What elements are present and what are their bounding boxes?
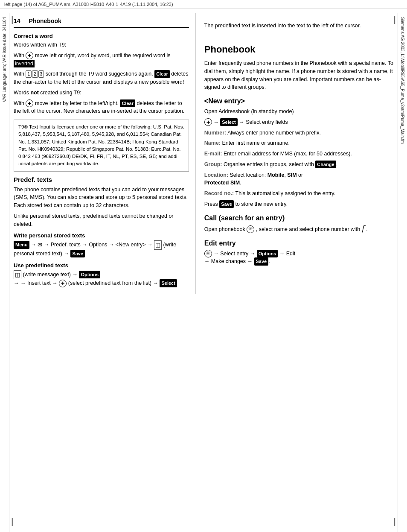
corner-mark-tr: | xyxy=(394,15,396,23)
words-with-t9: Words written with T9: xyxy=(14,41,189,49)
new-entry-flow: ✚ → Select → Select entry fields xyxy=(204,118,393,126)
left-column: 14 Phonebook Correct a word Words writte… xyxy=(9,13,196,294)
group-label: Group: xyxy=(204,161,222,167)
nav-circle-icon-3: ✚ xyxy=(59,280,67,287)
nav-circle-icon: ✚ xyxy=(26,52,33,59)
options-key-use: Options xyxy=(79,271,100,279)
save-key-write: Save xyxy=(70,250,85,258)
words-not-t9: Words not created using T9: xyxy=(14,89,189,97)
predef-p1: The phone contains predefined texts that… xyxy=(14,186,189,210)
top-bar-label: left page (14) of A65_PUMA am, A31008-H5… xyxy=(4,2,173,7)
protected-sim-label: Protected SIM xyxy=(204,180,240,186)
sidebar-left: VAR Language: am; VAR issue date: 041104 xyxy=(0,13,9,532)
sidebar-right: Siemens AG 2003, L:\MobillR65\A65_Puma_v… xyxy=(398,13,407,532)
call-search-desc: Open phonebook ☏ , select name and selec… xyxy=(204,225,393,234)
move-letter-p: With ✚ move letter by letter to the left… xyxy=(14,99,189,116)
number-field: Number: Always enter phone number with p… xyxy=(204,129,393,137)
write-personal-flow: Menu → ✉ → Predef. texts → Options → <Ne… xyxy=(14,240,189,257)
email-label: E-mail: xyxy=(204,151,222,157)
with-move-left-right: With ✚ move left or right, word by word,… xyxy=(14,52,189,68)
number-label: Number: xyxy=(204,130,226,136)
press-save: Press Save to store the new entry. xyxy=(204,200,393,208)
nav-circle-icon-4: ✚ xyxy=(204,118,212,126)
num-keys-123: 123 xyxy=(26,70,44,78)
nav-circle-icon-5: ☏ xyxy=(204,250,212,257)
write-personal-heading: Write personal stored texts xyxy=(14,232,189,239)
sidebar-left-text: VAR Language: am; VAR issue date: 041104 xyxy=(2,17,7,102)
name-field: Name: Enter first name or surname. xyxy=(204,139,393,147)
record-label: Record no.: xyxy=(204,190,234,196)
save-btn-new: Save xyxy=(219,200,234,208)
corner-mark-tl: | xyxy=(11,15,13,23)
mobile-label: Mobile xyxy=(267,172,285,178)
sim-label: SIM xyxy=(287,172,297,178)
main-content: 14 Phonebook Correct a word Words writte… xyxy=(9,9,398,294)
predef-p2: Unlike personal stored texts, predefined… xyxy=(14,212,189,228)
page-number: 14 xyxy=(14,18,20,24)
location-label: Location: xyxy=(204,172,228,178)
sidebar-right-text: Siemens AG 2003, L:\MobillR65\A65_Puma_v… xyxy=(400,17,405,144)
top-bar: left page (14) of A65_PUMA am, A31008-H5… xyxy=(0,0,407,9)
clear-key-2: Clear xyxy=(120,99,135,108)
options-btn-edit: Options xyxy=(257,250,278,258)
change-btn: Change xyxy=(315,161,336,169)
corner-mark-bl: | xyxy=(11,517,13,526)
correct-word-heading: Correct a word xyxy=(14,33,189,39)
select-key-new-entry: Select xyxy=(220,118,237,126)
nav-circle-icon-2: ✚ xyxy=(26,99,33,107)
scroll-t9-p: With 123 scroll through the T9 word sugg… xyxy=(14,70,189,86)
name-label: Name: xyxy=(204,140,221,146)
new-entry-heading: <New entry> xyxy=(204,97,393,105)
phonebook-p1: Enter frequently used phone numbers in t… xyxy=(204,59,393,91)
phonebook-icon: ☏ xyxy=(247,225,254,233)
left-page-header: 14 Phonebook xyxy=(14,18,189,28)
open-addressbook: Open Addressbook (in standby mode) xyxy=(204,108,393,116)
location-field: Location: Select location: Mobile, SIM o… xyxy=(204,171,393,187)
inverted-word: inverted xyxy=(14,60,35,67)
clear-key-1: Clear xyxy=(154,70,170,78)
right-column: The predefined text is inserted into the… xyxy=(196,13,398,294)
phonebook-heading: Phonebook xyxy=(204,44,393,55)
email-field: E-mail: Enter email address for MMS (max… xyxy=(204,150,393,158)
corner-mark-br: | xyxy=(394,517,396,526)
call-search-heading: Call (search for an entry) xyxy=(204,214,393,222)
record-field: Record no.: This is automatically assign… xyxy=(204,190,393,198)
page-chapter: Phonebook xyxy=(29,18,61,24)
edit-flow: ☏ → Select entry → Options → Edit → Make… xyxy=(204,250,393,266)
save-btn-edit: Save xyxy=(254,257,269,266)
phone-icon: ⎡ xyxy=(362,225,365,232)
menu-key: Menu xyxy=(14,241,29,249)
predefined-text-desc: The predefined text is inserted into the… xyxy=(204,22,361,30)
edit-entry-heading: Edit entry xyxy=(204,240,393,247)
grid-icon-write: ◫ xyxy=(154,240,162,250)
mail-icon: ✉ xyxy=(38,241,42,249)
select-key: Select xyxy=(160,279,177,287)
predef-text-desc-area: The predefined text is inserted into the… xyxy=(204,18,393,44)
use-predef-heading: Use predefined texts xyxy=(14,262,189,269)
t9-license-box: T9® Text Input is licensed under one or … xyxy=(14,120,189,172)
grid-icon-use: ◫ xyxy=(14,270,21,280)
group-field: Group: Organise entries in groups, selec… xyxy=(204,161,393,169)
predef-heading: Predef. texts xyxy=(14,176,189,183)
use-predef-flow: ◫ (write message text) → Options → → Ins… xyxy=(14,270,189,287)
